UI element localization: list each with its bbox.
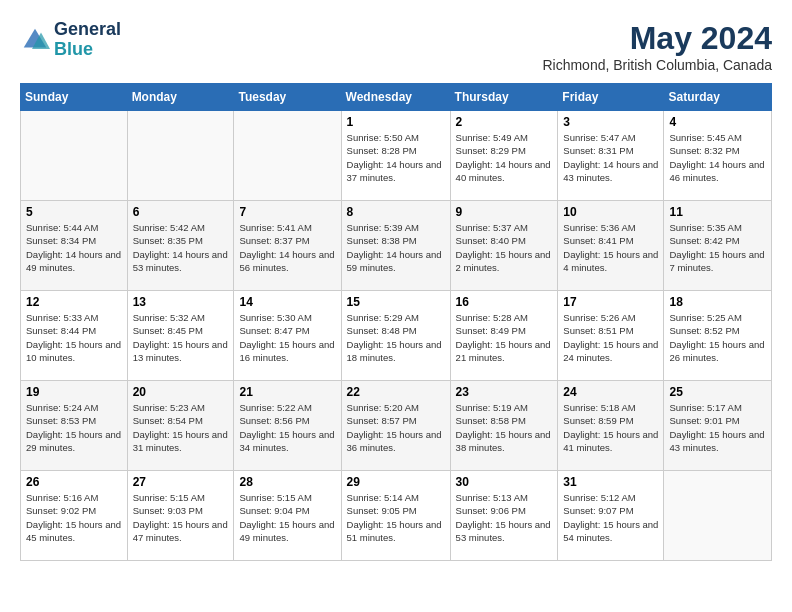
- week-row-3: 12 Sunrise: 5:33 AM Sunset: 8:44 PM Dayl…: [21, 291, 772, 381]
- day-info: Sunrise: 5:44 AM Sunset: 8:34 PM Dayligh…: [26, 221, 122, 274]
- day-number: 12: [26, 295, 122, 309]
- header-wednesday: Wednesday: [341, 84, 450, 111]
- calendar-cell: [127, 111, 234, 201]
- day-number: 18: [669, 295, 766, 309]
- day-info: Sunrise: 5:42 AM Sunset: 8:35 PM Dayligh…: [133, 221, 229, 274]
- day-info: Sunrise: 5:41 AM Sunset: 8:37 PM Dayligh…: [239, 221, 335, 274]
- day-number: 26: [26, 475, 122, 489]
- day-info: Sunrise: 5:15 AM Sunset: 9:04 PM Dayligh…: [239, 491, 335, 544]
- calendar-cell: 19 Sunrise: 5:24 AM Sunset: 8:53 PM Dayl…: [21, 381, 128, 471]
- calendar-cell: 11 Sunrise: 5:35 AM Sunset: 8:42 PM Dayl…: [664, 201, 772, 291]
- logo-icon: [20, 25, 50, 55]
- day-info: Sunrise: 5:14 AM Sunset: 9:05 PM Dayligh…: [347, 491, 445, 544]
- day-number: 10: [563, 205, 658, 219]
- day-number: 5: [26, 205, 122, 219]
- day-info: Sunrise: 5:15 AM Sunset: 9:03 PM Dayligh…: [133, 491, 229, 544]
- calendar-cell: 24 Sunrise: 5:18 AM Sunset: 8:59 PM Dayl…: [558, 381, 664, 471]
- day-number: 22: [347, 385, 445, 399]
- calendar-cell: [664, 471, 772, 561]
- calendar-cell: 22 Sunrise: 5:20 AM Sunset: 8:57 PM Dayl…: [341, 381, 450, 471]
- day-number: 29: [347, 475, 445, 489]
- day-info: Sunrise: 5:36 AM Sunset: 8:41 PM Dayligh…: [563, 221, 658, 274]
- header-tuesday: Tuesday: [234, 84, 341, 111]
- week-row-2: 5 Sunrise: 5:44 AM Sunset: 8:34 PM Dayli…: [21, 201, 772, 291]
- header-saturday: Saturday: [664, 84, 772, 111]
- calendar-cell: 6 Sunrise: 5:42 AM Sunset: 8:35 PM Dayli…: [127, 201, 234, 291]
- day-info: Sunrise: 5:18 AM Sunset: 8:59 PM Dayligh…: [563, 401, 658, 454]
- calendar-cell: 20 Sunrise: 5:23 AM Sunset: 8:54 PM Dayl…: [127, 381, 234, 471]
- day-info: Sunrise: 5:49 AM Sunset: 8:29 PM Dayligh…: [456, 131, 553, 184]
- location: Richmond, British Columbia, Canada: [542, 57, 772, 73]
- day-number: 20: [133, 385, 229, 399]
- day-number: 16: [456, 295, 553, 309]
- calendar-cell: 31 Sunrise: 5:12 AM Sunset: 9:07 PM Dayl…: [558, 471, 664, 561]
- day-number: 30: [456, 475, 553, 489]
- calendar-cell: 26 Sunrise: 5:16 AM Sunset: 9:02 PM Dayl…: [21, 471, 128, 561]
- day-number: 4: [669, 115, 766, 129]
- header-friday: Friday: [558, 84, 664, 111]
- header-sunday: Sunday: [21, 84, 128, 111]
- day-number: 6: [133, 205, 229, 219]
- header-thursday: Thursday: [450, 84, 558, 111]
- day-info: Sunrise: 5:29 AM Sunset: 8:48 PM Dayligh…: [347, 311, 445, 364]
- day-number: 25: [669, 385, 766, 399]
- calendar-cell: 23 Sunrise: 5:19 AM Sunset: 8:58 PM Dayl…: [450, 381, 558, 471]
- day-info: Sunrise: 5:35 AM Sunset: 8:42 PM Dayligh…: [669, 221, 766, 274]
- day-info: Sunrise: 5:33 AM Sunset: 8:44 PM Dayligh…: [26, 311, 122, 364]
- day-info: Sunrise: 5:22 AM Sunset: 8:56 PM Dayligh…: [239, 401, 335, 454]
- day-number: 31: [563, 475, 658, 489]
- month-title: May 2024: [542, 20, 772, 57]
- logo-text: General Blue: [54, 20, 121, 60]
- day-info: Sunrise: 5:50 AM Sunset: 8:28 PM Dayligh…: [347, 131, 445, 184]
- week-row-5: 26 Sunrise: 5:16 AM Sunset: 9:02 PM Dayl…: [21, 471, 772, 561]
- day-info: Sunrise: 5:17 AM Sunset: 9:01 PM Dayligh…: [669, 401, 766, 454]
- calendar-cell: 9 Sunrise: 5:37 AM Sunset: 8:40 PM Dayli…: [450, 201, 558, 291]
- calendar-cell: 29 Sunrise: 5:14 AM Sunset: 9:05 PM Dayl…: [341, 471, 450, 561]
- day-info: Sunrise: 5:20 AM Sunset: 8:57 PM Dayligh…: [347, 401, 445, 454]
- day-number: 27: [133, 475, 229, 489]
- calendar-cell: 2 Sunrise: 5:49 AM Sunset: 8:29 PM Dayli…: [450, 111, 558, 201]
- calendar-cell: 25 Sunrise: 5:17 AM Sunset: 9:01 PM Dayl…: [664, 381, 772, 471]
- day-info: Sunrise: 5:28 AM Sunset: 8:49 PM Dayligh…: [456, 311, 553, 364]
- day-info: Sunrise: 5:19 AM Sunset: 8:58 PM Dayligh…: [456, 401, 553, 454]
- calendar-cell: 1 Sunrise: 5:50 AM Sunset: 8:28 PM Dayli…: [341, 111, 450, 201]
- calendar-cell: 21 Sunrise: 5:22 AM Sunset: 8:56 PM Dayl…: [234, 381, 341, 471]
- calendar-table: SundayMondayTuesdayWednesdayThursdayFrid…: [20, 83, 772, 561]
- calendar-cell: 16 Sunrise: 5:28 AM Sunset: 8:49 PM Dayl…: [450, 291, 558, 381]
- calendar-cell: 30 Sunrise: 5:13 AM Sunset: 9:06 PM Dayl…: [450, 471, 558, 561]
- calendar-cell: 18 Sunrise: 5:25 AM Sunset: 8:52 PM Dayl…: [664, 291, 772, 381]
- logo: General Blue: [20, 20, 121, 60]
- day-info: Sunrise: 5:47 AM Sunset: 8:31 PM Dayligh…: [563, 131, 658, 184]
- calendar-cell: 28 Sunrise: 5:15 AM Sunset: 9:04 PM Dayl…: [234, 471, 341, 561]
- calendar-cell: 17 Sunrise: 5:26 AM Sunset: 8:51 PM Dayl…: [558, 291, 664, 381]
- day-number: 17: [563, 295, 658, 309]
- calendar-cell: [234, 111, 341, 201]
- day-info: Sunrise: 5:24 AM Sunset: 8:53 PM Dayligh…: [26, 401, 122, 454]
- day-number: 1: [347, 115, 445, 129]
- day-info: Sunrise: 5:45 AM Sunset: 8:32 PM Dayligh…: [669, 131, 766, 184]
- calendar-cell: 3 Sunrise: 5:47 AM Sunset: 8:31 PM Dayli…: [558, 111, 664, 201]
- calendar-cell: [21, 111, 128, 201]
- day-info: Sunrise: 5:26 AM Sunset: 8:51 PM Dayligh…: [563, 311, 658, 364]
- day-info: Sunrise: 5:30 AM Sunset: 8:47 PM Dayligh…: [239, 311, 335, 364]
- day-number: 9: [456, 205, 553, 219]
- day-number: 3: [563, 115, 658, 129]
- calendar-cell: 14 Sunrise: 5:30 AM Sunset: 8:47 PM Dayl…: [234, 291, 341, 381]
- calendar-header-row: SundayMondayTuesdayWednesdayThursdayFrid…: [21, 84, 772, 111]
- day-info: Sunrise: 5:25 AM Sunset: 8:52 PM Dayligh…: [669, 311, 766, 364]
- title-block: May 2024 Richmond, British Columbia, Can…: [542, 20, 772, 73]
- calendar-cell: 4 Sunrise: 5:45 AM Sunset: 8:32 PM Dayli…: [664, 111, 772, 201]
- calendar-cell: 8 Sunrise: 5:39 AM Sunset: 8:38 PM Dayli…: [341, 201, 450, 291]
- day-info: Sunrise: 5:39 AM Sunset: 8:38 PM Dayligh…: [347, 221, 445, 274]
- day-number: 23: [456, 385, 553, 399]
- calendar-cell: 10 Sunrise: 5:36 AM Sunset: 8:41 PM Dayl…: [558, 201, 664, 291]
- calendar-cell: 13 Sunrise: 5:32 AM Sunset: 8:45 PM Dayl…: [127, 291, 234, 381]
- day-number: 24: [563, 385, 658, 399]
- day-info: Sunrise: 5:12 AM Sunset: 9:07 PM Dayligh…: [563, 491, 658, 544]
- day-number: 15: [347, 295, 445, 309]
- day-number: 28: [239, 475, 335, 489]
- day-info: Sunrise: 5:23 AM Sunset: 8:54 PM Dayligh…: [133, 401, 229, 454]
- header-monday: Monday: [127, 84, 234, 111]
- week-row-1: 1 Sunrise: 5:50 AM Sunset: 8:28 PM Dayli…: [21, 111, 772, 201]
- page-header: General Blue May 2024 Richmond, British …: [20, 20, 772, 73]
